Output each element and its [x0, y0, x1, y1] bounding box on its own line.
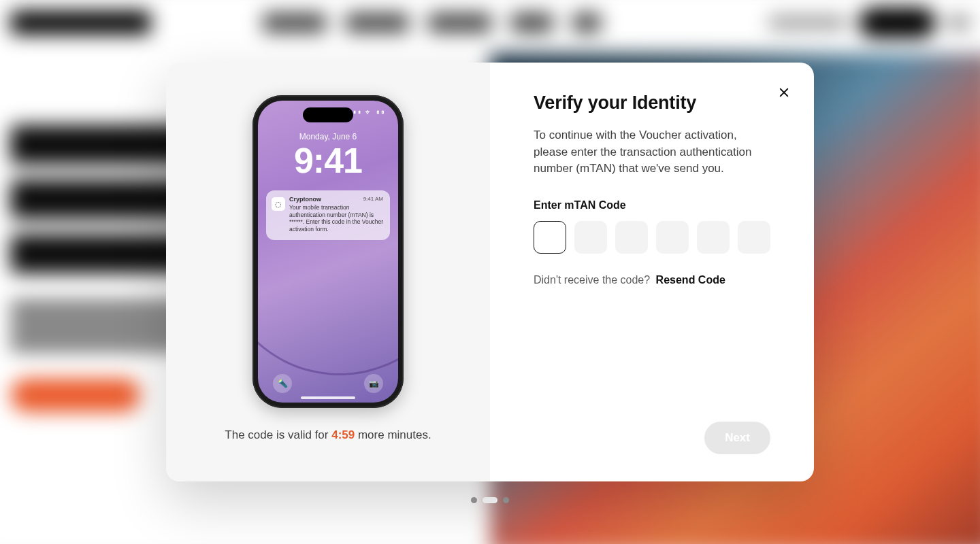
phone-status-icons: ▮▮▮ ᯤ ▯▯: [348, 109, 386, 116]
mtan-label: Enter mTAN Code: [534, 199, 770, 211]
mtan-code-inputs: [534, 221, 770, 254]
code-validity-text: The code is valid for 4:59 more minutes.: [225, 428, 431, 442]
phone-lock-date: Monday, June 6: [258, 132, 398, 141]
mtan-digit-6[interactable]: [738, 221, 770, 254]
phone-mockup: ▮▮▮ ᯤ ▯▯ Monday, June 6 9:41 ◌ Cryptonow…: [252, 95, 404, 408]
resend-prompt: Didn't receive the code?: [534, 274, 650, 286]
resend-row: Didn't receive the code? Resend Code: [534, 274, 770, 286]
validity-countdown: 4:59: [331, 428, 355, 441]
modal-form-panel: Verify your Identity To continue with th…: [490, 63, 814, 481]
validity-prefix: The code is valid for: [225, 428, 331, 441]
verify-identity-modal: ▮▮▮ ᯤ ▯▯ Monday, June 6 9:41 ◌ Cryptonow…: [166, 63, 814, 481]
phone-home-bar: [301, 396, 355, 399]
modal-title: Verify your Identity: [534, 92, 770, 114]
next-button[interactable]: Next: [704, 422, 770, 454]
mtan-digit-1[interactable]: [534, 221, 566, 254]
camera-icon: 📷: [364, 374, 383, 393]
modal-overlay: ▮▮▮ ᯤ ▯▯ Monday, June 6 9:41 ◌ Cryptonow…: [0, 0, 980, 544]
phone-notification: ◌ Cryptonow 9:41 AM Your mobile transact…: [266, 190, 390, 240]
validity-suffix: more minutes.: [355, 428, 431, 441]
mtan-digit-2[interactable]: [574, 221, 607, 254]
mtan-digit-4[interactable]: [656, 221, 689, 254]
flashlight-icon: 🔦: [273, 374, 292, 393]
modal-description: To continue with the Voucher activation,…: [534, 127, 770, 177]
phone-notch: [303, 107, 353, 122]
mtan-digit-5[interactable]: [697, 221, 730, 254]
notification-app-icon: ◌: [272, 197, 285, 211]
notification-time: 9:41 AM: [363, 196, 383, 202]
notification-body: Your mobile transaction authentication n…: [289, 204, 383, 233]
modal-illustration-panel: ▮▮▮ ᯤ ▯▯ Monday, June 6 9:41 ◌ Cryptonow…: [166, 63, 490, 481]
mtan-digit-3[interactable]: [615, 221, 648, 254]
close-button[interactable]: [773, 82, 795, 103]
resend-code-link[interactable]: Resend Code: [656, 274, 725, 286]
close-icon: [778, 86, 790, 99]
